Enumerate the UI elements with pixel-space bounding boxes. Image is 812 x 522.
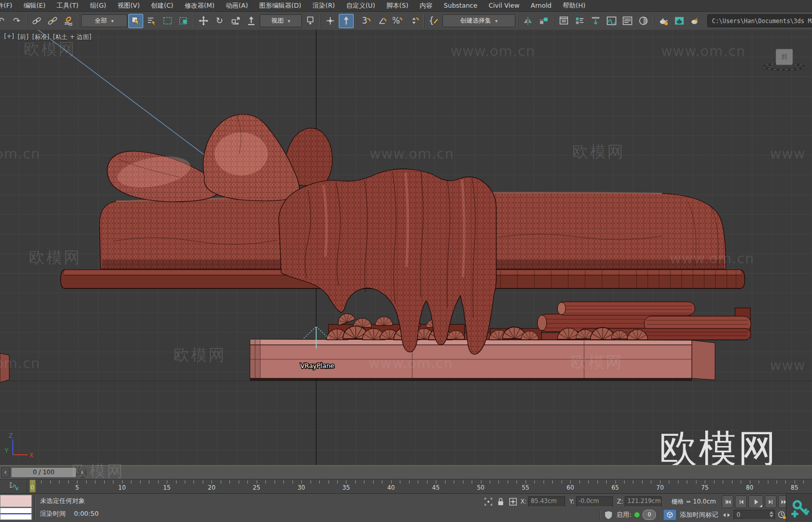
mirror-button[interactable]: ▾ [520,14,535,28]
previous-frame-button[interactable] [735,495,747,508]
absolute-mode-icon[interactable] [508,497,518,507]
selection-filter-dropdown[interactable]: 全部 ▾ [81,14,127,27]
menu-file[interactable]: 文件(F) [0,0,18,11]
toolbar-separator[interactable]: ▾ [78,14,79,28]
schematic-view-button[interactable]: ▾ [620,14,635,28]
percent-snap-button[interactable]: ▾ [391,14,405,28]
undo-button[interactable]: ▾ [0,14,8,28]
viewport-label[interactable]: [+][前][标准][粘土 + 边面] [4,33,91,42]
menu-item[interactable]: 图形编辑器(D) [254,0,307,11]
menu-item[interactable]: Civil View [483,0,525,11]
time-slider-handle[interactable]: 0 / 100 [11,467,76,478]
viewport-canvas[interactable]: VRayPlane [0,30,812,465]
isolate-selection-icon[interactable] [484,497,493,507]
menu-item[interactable]: 工具(T) [51,0,84,11]
menu-item[interactable]: 编辑(E) [18,0,51,11]
select-object-button[interactable]: ▾ [128,14,143,28]
macro-recorder-row[interactable] [0,495,32,507]
vrayplane[interactable]: VRayPlane [0,339,715,382]
menu-item[interactable]: Substance [438,0,483,11]
viewport-label-part[interactable]: [+] [4,33,14,42]
coordinate-input[interactable]: -0.0cm [576,496,613,507]
menu-item[interactable]: 自定义(U) [340,0,380,11]
toolbar-separator[interactable]: ▾ [653,14,654,28]
pillow-right[interactable] [203,114,299,201]
toolbar-separator[interactable]: ▾ [553,14,554,28]
zero-button[interactable]: 0 [643,510,656,520]
selection-region-button[interactable]: ▾ [160,14,175,28]
current-frame-input[interactable]: 0 [733,510,775,520]
cube-toggle-button[interactable] [663,509,676,520]
render-setup-button[interactable]: ▾ [656,14,671,28]
snap-3d-button[interactable]: ▾ [359,14,374,28]
curve-editor-button[interactable]: ▾ [604,14,619,28]
select-and-place-button[interactable]: ▾ [244,14,259,28]
toggle-layer-explorer-button[interactable]: ▾ [572,14,587,28]
toolbar-separator[interactable]: ▾ [320,14,321,28]
toggle-ribbon-button[interactable]: ▾ [588,14,603,28]
add-time-tag-label[interactable]: 添加时间标记 [680,511,718,519]
window-crossing-toggle[interactable]: ▾ [176,14,191,28]
redo-button[interactable]: ▾ [9,14,24,28]
listener-row[interactable] [0,508,32,520]
front-viewport[interactable]: 欧模网www.om.cnwww.om.cnom.cnwww.om.cn欧模网ww… [0,30,812,466]
rendered-frame-window-button[interactable]: ▾ [672,14,687,28]
menu-item[interactable]: 视图(V) [112,0,145,11]
next-frame-button[interactable] [765,495,777,508]
toolbar-separator[interactable]: ▾ [517,14,518,28]
track-bar[interactable]: 0510152025303540455055606570758085 [0,479,812,494]
toolbar-separator[interactable]: ▾ [26,14,27,28]
menu-item[interactable]: Arnold [525,0,557,11]
toolbar-separator[interactable]: ▾ [193,14,194,28]
spinner-snap-button[interactable]: ▾ [407,14,421,28]
menu-item[interactable]: 渲染(R) [307,0,340,11]
viewport-label-part[interactable]: [标准] [32,33,49,42]
timeline-ruler[interactable]: 0510152025303540455055606570758085 [0,479,812,493]
menu-item[interactable]: 内容 [414,0,438,11]
reference-coordinate-dropdown[interactable]: 视图 ▾ [260,14,302,27]
key-mode-toggle-icon[interactable] [722,510,731,520]
menu-item[interactable]: 创建(C) [145,0,179,11]
selection-lock-icon[interactable] [496,497,506,507]
select-and-link-button[interactable]: ▾ [29,14,44,28]
unlink-selection-button[interactable]: ▾ [45,14,60,28]
project-folder-field[interactable]: C:\Users\Han\Documents\3ds Max 2022 ▾ [707,14,812,27]
toolbar-separator[interactable]: ▾ [423,14,424,28]
toolbar-separator[interactable]: ▾ [356,14,357,28]
viewcube[interactable]: 前 [776,49,793,65]
use-pivot-center-button[interactable]: ▾ [303,14,318,28]
z-coordinate-field[interactable]: Z: 121.219cm [617,496,662,507]
time-slider[interactable]: ‹ 0 / 100 › [0,466,812,479]
go-to-start-button[interactable] [722,495,733,508]
time-slider-next-button[interactable]: › [78,467,86,478]
time-slider-prev-button[interactable]: ‹ [1,467,10,478]
menu-item[interactable]: 脚本(S) [381,0,414,11]
viewport-label-part[interactable]: [粘土 + 边面] [53,33,91,42]
maxscript-mini-listener[interactable] [0,495,32,521]
align-button[interactable]: ▾ [536,14,551,28]
angle-snap-button[interactable]: ▾ [375,14,390,28]
edit-named-selection-sets-button[interactable]: ▾ [427,14,441,28]
listener-splitter[interactable] [34,495,35,521]
set-key-button[interactable] [786,494,812,522]
frame-spinner[interactable] [769,511,774,517]
snap-toggle-button[interactable]: ▾ [339,14,354,28]
play-button[interactable] [748,495,763,508]
render-production-button[interactable]: ▾ [688,14,703,28]
viewport-label-part[interactable]: [前] [17,33,28,42]
toggle-scene-explorer-button[interactable]: ▾ [556,14,571,28]
y-coordinate-field[interactable]: Y: -0.0cm [569,496,613,507]
coordinate-input[interactable]: 121.219cm [625,496,662,507]
menu-item[interactable]: 帮助(H) [557,0,591,11]
shield-icon[interactable] [604,510,613,520]
named-selection-sets-dropdown[interactable]: 创建选择集 ▾ [442,14,515,27]
material-editor-button[interactable]: ▾ [636,14,651,28]
x-coordinate-field[interactable]: X: 85.43cm [520,496,565,507]
select-and-move-button[interactable]: ▾ [196,14,211,28]
bind-to-space-warp-button[interactable]: ▾ [61,14,76,28]
coordinate-input[interactable]: 85.43cm [528,496,565,507]
select-and-rotate-button[interactable]: ▾ [212,14,227,28]
select-and-manipulate-button[interactable]: ▾ [323,14,338,28]
select-and-scale-button[interactable]: ▾ [228,14,243,28]
menu-item[interactable]: 组(G) [84,0,112,11]
